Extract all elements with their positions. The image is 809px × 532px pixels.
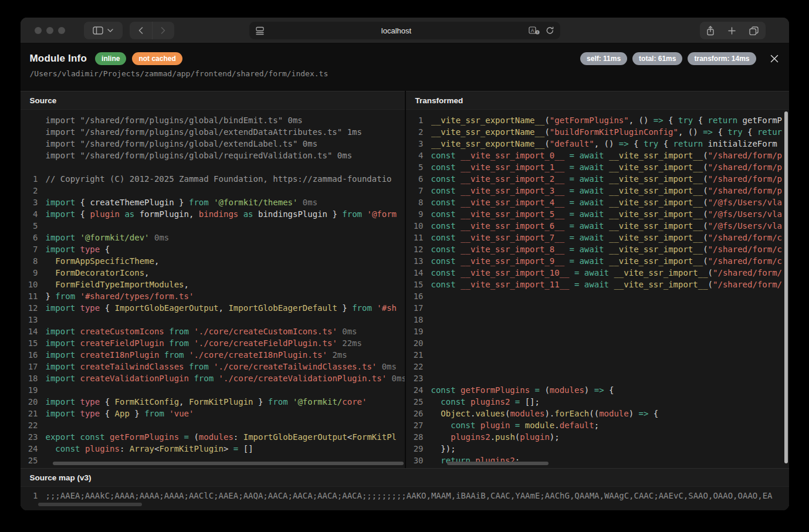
close-window-button[interactable] [35,27,42,34]
line-number: 9 [406,208,424,220]
code-line: 1;;;AAEA;AAAkC;AAAA;AAAA;AAAA;AAClC;AAEA… [21,490,789,501]
forward-button[interactable] [152,22,174,39]
code-line: 28 plugins2.push(plugin); [406,431,789,443]
code-line: import "/shared/form/plugins/global/bind… [21,114,405,126]
line-number: 19 [21,384,38,396]
zoom-window-button[interactable] [58,27,65,34]
line-number: 11 [406,232,424,243]
reload-icon[interactable] [546,26,554,35]
code-line: 13 [21,314,405,326]
svg-text:A: A [530,28,534,33]
transformed-vertical-scrollbar[interactable] [784,111,788,463]
code-line: 2__vite_ssr_exportName__("buildFormKitPl… [406,126,789,138]
line-number [21,114,38,126]
line-number: 12 [21,302,38,314]
line-number: 7 [21,243,38,255]
page-title: Module Info [30,53,87,65]
source-panel: Source import "/shared/form/plugins/glob… [21,91,405,468]
code-line: 9const __vite_ssr_import_5__ = await __v… [406,208,789,220]
code-line: import "/shared/form/plugins/global/exte… [21,126,405,138]
code-line: 18 [406,314,789,326]
code-line: 4const __vite_ssr_import_0__ = await __v… [406,150,789,161]
code-line: 8const __vite_ssr_import_4__ = await __v… [406,196,789,208]
inline-badge: inline [95,52,126,65]
line-number: 23 [21,431,38,443]
sidebar-toggle-button[interactable] [84,22,123,39]
line-number: 22 [406,361,424,372]
code-line: 1// Copyright (C) 2012-2025 Zammad Found… [21,173,405,185]
line-number: 17 [406,302,424,314]
line-number: 29 [406,443,424,455]
minimize-window-button[interactable] [46,27,53,34]
line-number: 5 [21,220,38,232]
line-number: 5 [406,161,424,173]
line-number: 1 [21,173,38,185]
line-number: 18 [21,372,38,384]
browser-titlebar: localhost Ax [21,18,789,43]
not-cached-badge: not cached [132,52,182,65]
line-number: 30 [406,455,424,466]
close-icon [770,55,778,63]
tab-overview-button[interactable] [749,26,759,35]
code-line: 19 [406,326,789,337]
transformed-panel: Transformed 1__vite_ssr_exportName__("ge… [405,91,789,468]
code-line: 18import createValidationPlugin from './… [21,372,405,384]
line-number: 21 [21,408,38,419]
line-number: 24 [21,443,38,455]
code-line: 17 [406,302,789,314]
back-button[interactable] [130,22,152,39]
line-number [21,150,38,161]
line-number: 8 [406,196,424,208]
code-line: import "/shared/form/plugins/global/requ… [21,150,405,161]
code-line: import "/shared/form/plugins/global/exte… [21,138,405,150]
address-bar[interactable]: localhost Ax [249,22,560,39]
share-button[interactable] [706,26,715,36]
code-line: 11} from '#shared/types/form.ts' [21,290,405,302]
url-text: localhost [265,26,529,35]
code-line: 7const __vite_ssr_import_3__ = await __v… [406,185,789,196]
line-number: 14 [21,326,38,337]
code-line: 5 [21,220,405,232]
module-file-path: /Users/vladimir/Projects/zammad/app/fron… [30,69,780,78]
sourcemap-horizontal-scrollbar[interactable] [38,503,142,506]
code-line: 1__vite_ssr_exportName__("getFormPlugins… [406,114,789,126]
line-number: 15 [21,337,38,349]
line-number: 20 [21,396,38,408]
transformed-horizontal-scrollbar[interactable] [447,462,549,465]
line-number: 3 [21,196,38,208]
source-code: import "/shared/form/plugins/global/bind… [21,110,405,468]
back-icon [138,27,143,34]
code-line: 22 [406,361,789,372]
code-panels: Source import "/shared/form/plugins/glob… [21,91,789,468]
line-number: 12 [406,243,424,255]
line-number [21,161,38,173]
translate-icon[interactable]: Ax [529,26,540,35]
nav-buttons [130,22,174,39]
source-horizontal-scrollbar[interactable] [53,462,404,465]
line-number: 14 [406,267,424,279]
line-number: 25 [406,396,424,408]
code-line: 6import '@formkit/dev' 0ms [21,232,405,243]
code-line: 12import type { ImportGlobEagerOutput, I… [21,302,405,314]
code-line: 20 [406,337,789,349]
code-line: 14import createCustomIcons from './core/… [21,326,405,337]
code-line: 20import type { FormKitConfig, FormKitPl… [21,396,405,408]
line-number: 2 [406,126,424,138]
code-line: 11const __vite_ssr_import_7__ = await __… [406,232,789,243]
browser-window: localhost Ax Module Info inline not cach… [21,18,789,510]
reader-icon[interactable] [255,26,265,35]
code-line: 24 const plugins: Array<FormKitPlugin> =… [21,443,405,455]
line-number: 4 [21,208,38,220]
new-tab-button[interactable] [728,27,736,35]
line-number: 16 [21,349,38,361]
line-number: 15 [406,279,424,290]
forward-icon [161,27,165,34]
line-number: 18 [406,314,424,326]
line-number: 11 [21,290,38,302]
line-number: 2 [21,185,38,196]
close-button[interactable] [769,53,780,64]
line-number: 10 [406,220,424,232]
code-line: 27 const plugin = module.default; [406,419,789,431]
toolbar-actions [700,22,766,39]
code-line: 21 [406,349,789,361]
